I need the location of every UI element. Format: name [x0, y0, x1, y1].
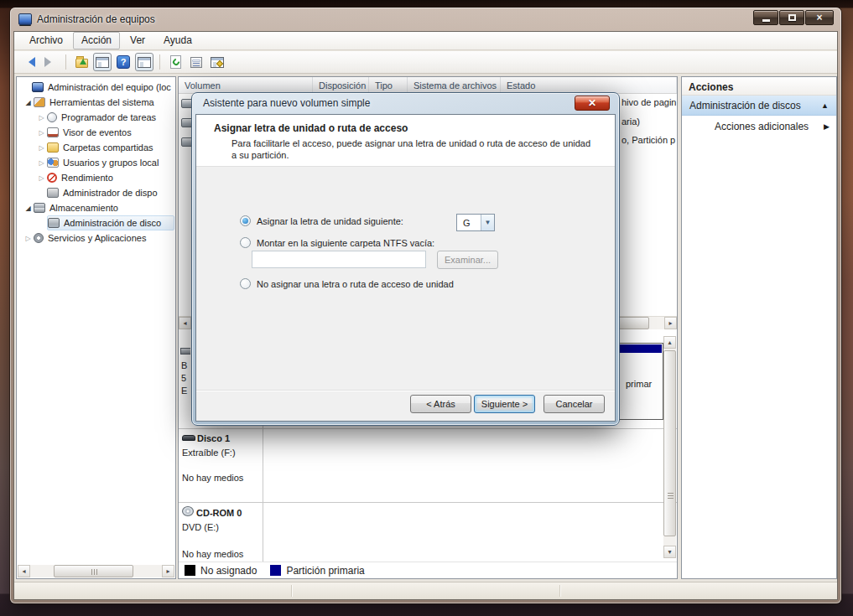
window-titlebar[interactable]: Administración de equipos ×: [10, 8, 841, 31]
collapse-icon[interactable]: ▲: [821, 101, 829, 110]
help-button[interactable]: ?: [114, 53, 133, 71]
scroll-right-icon[interactable]: ▸: [162, 565, 174, 577]
event-viewer-icon: [47, 127, 59, 137]
cancel-button[interactable]: Cancelar: [544, 395, 605, 413]
partition-label-fragment: primar: [626, 379, 652, 389]
chevron-collapsed-icon[interactable]: ▷: [23, 235, 34, 242]
cdrom0-name[interactable]: CD-ROM 0: [196, 508, 242, 518]
refresh-button[interactable]: [166, 53, 185, 71]
cdrom0-status: No hay medios: [182, 549, 243, 559]
forward-button[interactable]: [41, 53, 60, 71]
menu-archivo[interactable]: Archivo: [21, 32, 71, 49]
chevron-expanded-icon[interactable]: ◢: [23, 99, 34, 106]
radio-unselected-icon[interactable]: [240, 237, 251, 248]
scroll-up-icon[interactable]: ▴: [663, 336, 676, 349]
computer-icon: [32, 82, 44, 92]
console-tree-toggle-button[interactable]: [93, 53, 112, 71]
wizard-header: Asignar letra de unidad o ruta de acceso…: [196, 115, 615, 167]
scroll-right-icon[interactable]: ▸: [664, 317, 677, 329]
radio-selected-icon[interactable]: [240, 215, 251, 226]
properties-icon: [190, 57, 202, 68]
disk1-status: No hay medios: [182, 473, 243, 483]
tree-item-almacenamiento[interactable]: ◢ Almacenamiento: [18, 200, 174, 215]
drive-letter-dropdown[interactable]: G ▼: [456, 214, 495, 231]
tree-item-servicios[interactable]: ▷ Servicios y Aplicaciones: [18, 230, 174, 246]
scrollbar-thumb[interactable]: [54, 565, 133, 577]
browse-button[interactable]: Examinar...: [437, 251, 498, 269]
new-simple-volume-wizard: Asistente para nuevo volumen simple ✕ As…: [191, 92, 620, 426]
column-sistema-archivos[interactable]: Sistema de archivos: [408, 77, 501, 93]
help-icon: ?: [117, 55, 130, 69]
chevron-collapsed-icon[interactable]: ▷: [36, 159, 47, 167]
tree-item-visor[interactable]: ▷ Visor de eventos: [18, 125, 174, 140]
column-disposicion[interactable]: Disposición: [313, 77, 369, 93]
menu-bar: Archivo Acción Ver Ayuda: [14, 32, 837, 50]
tree-item-usuarios[interactable]: ▷ Usuarios y grupos local: [18, 155, 174, 170]
wizard-heading: Asignar letra de unidad o ruta de acceso: [214, 122, 408, 134]
tree-item-carpetas[interactable]: ▷ Carpetas compartidas: [18, 140, 174, 155]
radio-no-letter[interactable]: No asignar una letra o ruta de acceso de…: [240, 278, 454, 289]
action-pane-icon: [138, 57, 151, 68]
chevron-collapsed-icon[interactable]: ▷: [36, 174, 47, 182]
back-button[interactable]: < Atrás: [410, 395, 471, 413]
column-volumen[interactable]: Volumen: [179, 77, 313, 93]
console-tree-icon: [96, 57, 109, 68]
close-button[interactable]: ×: [805, 10, 834, 25]
chevron-collapsed-icon[interactable]: ▷: [36, 144, 47, 152]
column-estado[interactable]: Estado: [501, 77, 677, 93]
radio-mount-folder[interactable]: Montar en la siguiente carpeta NTFS vací…: [240, 237, 434, 248]
drive-letter-value: G: [457, 215, 481, 230]
tree-item-rendimiento[interactable]: ▷ Rendimiento: [18, 170, 174, 185]
close-icon: ×: [816, 12, 822, 23]
mount-path-input[interactable]: [252, 251, 426, 268]
minimize-button[interactable]: [753, 10, 778, 25]
actions-group-disk-management[interactable]: Administración de discos ▲: [682, 96, 836, 116]
tree-root[interactable]: Administración del equipo (loc: [18, 80, 174, 95]
export-button[interactable]: [72, 53, 91, 71]
disk1-type: Extraíble (F:): [182, 448, 236, 458]
tree-item-programador[interactable]: ▷ Programador de tareas: [18, 110, 174, 125]
estado-text-fragment: o, Partición p: [622, 135, 675, 145]
menu-ver[interactable]: Ver: [122, 32, 153, 49]
properties-button[interactable]: [187, 53, 205, 71]
disk1-name[interactable]: Disco 1: [197, 433, 230, 443]
scroll-left-icon[interactable]: ◂: [179, 317, 191, 329]
maximize-button[interactable]: [779, 10, 804, 25]
action-pane-toggle-button[interactable]: [135, 53, 153, 71]
scroll-down-icon[interactable]: ▾: [663, 546, 676, 558]
toolbar: ?: [14, 51, 837, 74]
radio-assign-letter[interactable]: Asignar la letra de unidad siguiente:: [240, 215, 403, 226]
new-window-button[interactable]: [208, 53, 226, 71]
radio-unselected-icon[interactable]: [240, 278, 251, 289]
legend-label: Partición primaria: [286, 565, 364, 577]
tree-item-herramientas[interactable]: ◢ Herramientas del sistema: [18, 95, 174, 110]
tree-horizontal-scrollbar[interactable]: ◂ ▸: [18, 565, 174, 577]
toolbar-separator: [65, 54, 66, 70]
tree-item-administracion-discos[interactable]: Administración de disco: [18, 215, 174, 230]
actions-item-additional[interactable]: Acciones adicionales ▶: [682, 116, 836, 137]
back-button[interactable]: [20, 53, 39, 71]
scrollbar-thumb[interactable]: [663, 350, 676, 536]
disk-view-vertical-scrollbar[interactable]: ▴ ▾: [663, 336, 676, 558]
console-tree-panel: Administración del equipo (loc ◢ Herrami…: [16, 76, 176, 579]
volume-list-header: Volumen Disposición Tipo Sistema de arch…: [179, 77, 677, 94]
next-button[interactable]: Siguiente >: [474, 395, 535, 413]
menu-ayuda[interactable]: Ayuda: [155, 32, 200, 49]
chevron-collapsed-icon[interactable]: ▷: [36, 114, 47, 122]
chevron-expanded-icon[interactable]: ◢: [23, 204, 34, 212]
refresh-icon: [170, 55, 181, 69]
partition-legend: No asignado Partición primaria: [179, 562, 677, 578]
tree-root-label: Administración del equipo (loc: [48, 82, 171, 92]
scroll-left-icon[interactable]: ◂: [18, 565, 30, 577]
column-tipo[interactable]: Tipo: [369, 77, 408, 93]
status-bar: [14, 582, 837, 599]
disk0-label-clipped: B 5 E: [181, 360, 187, 397]
chevron-collapsed-icon[interactable]: ▷: [36, 129, 47, 137]
services-icon: [34, 233, 44, 243]
storage-icon: [34, 203, 45, 213]
menu-accion[interactable]: Acción: [73, 32, 120, 49]
unallocated-swatch: [185, 565, 195, 576]
wizard-close-button[interactable]: ✕: [575, 96, 610, 111]
window-title: Administración de equipos: [37, 13, 155, 25]
tree-item-administrador-dispositivos[interactable]: Administrador de dispo: [18, 185, 174, 200]
